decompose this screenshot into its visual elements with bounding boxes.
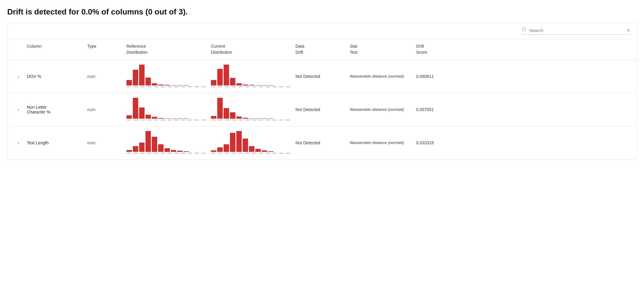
histogram-bar xyxy=(139,65,145,85)
x-axis-dot xyxy=(231,86,236,87)
histogram-bar xyxy=(126,80,132,85)
histogram-bar xyxy=(230,78,235,85)
x-axis-dot xyxy=(245,120,250,120)
x-axis-dot xyxy=(167,120,172,120)
header-column: Column xyxy=(24,42,85,56)
x-axis-dot xyxy=(279,153,284,154)
histogram-bar xyxy=(217,147,223,152)
x-axis-dot xyxy=(285,86,291,87)
x-axis-dot xyxy=(238,153,243,154)
close-icon[interactable]: ✕ xyxy=(626,27,630,33)
x-axis-dot xyxy=(194,153,199,154)
x-axis-dot xyxy=(279,120,284,120)
x-axis-dot xyxy=(126,153,132,154)
drift-score-2: 0.033318 xyxy=(414,139,462,146)
column-type-0: num xyxy=(85,73,124,80)
x-axis-dot xyxy=(194,120,199,120)
header-cur-dist: CurrentDistribution xyxy=(209,42,293,56)
x-axis-dot xyxy=(279,86,284,87)
x-axis-dot xyxy=(133,120,138,120)
x-axis-dot xyxy=(201,120,206,120)
x-axis-dot xyxy=(218,120,223,120)
header-data-drift: DataDrift xyxy=(293,42,347,56)
x-axis-dot xyxy=(252,120,257,120)
histogram-bar xyxy=(243,139,248,152)
x-axis-dot xyxy=(265,153,270,154)
x-axis-dot xyxy=(174,86,179,87)
data-drift-2: Not Detected xyxy=(293,139,347,146)
histogram-bar xyxy=(139,107,145,119)
expand-button-2[interactable]: › xyxy=(12,139,24,146)
histogram-bar xyxy=(126,115,132,119)
histogram-bar xyxy=(230,112,235,119)
expand-button-1[interactable]: › xyxy=(12,106,24,113)
page-title: Drift is detected for 0.0% of columns (0… xyxy=(7,7,637,17)
column-name-0: OOV % xyxy=(24,73,85,80)
x-axis-dot xyxy=(187,120,193,120)
histogram-bar xyxy=(152,137,157,152)
x-axis-dot xyxy=(225,86,230,87)
x-axis-dot xyxy=(285,120,291,120)
histogram-bar xyxy=(217,69,223,85)
x-axis-dot xyxy=(245,153,250,154)
histogram-bar xyxy=(152,83,157,85)
table-header: Column Type ReferenceDistribution Curren… xyxy=(8,39,636,60)
x-axis-dot xyxy=(272,153,277,154)
histogram-bar xyxy=(236,83,242,85)
x-axis-dot xyxy=(258,86,263,87)
data-drift-0: Not Detected xyxy=(293,73,347,80)
histogram-bar xyxy=(224,144,229,152)
histogram-bar xyxy=(133,70,138,85)
x-axis-dot xyxy=(252,86,257,87)
x-axis-dot xyxy=(167,153,172,154)
drift-score-0: 0.060811 xyxy=(414,73,462,80)
x-axis-dot xyxy=(258,120,263,120)
histogram-bar xyxy=(236,117,242,119)
stat-test-2: Wasserstein distance (normed) xyxy=(347,139,414,147)
column-name-2: Text Length xyxy=(24,139,85,146)
x-axis-dot xyxy=(133,153,138,154)
ref-distribution-1 xyxy=(124,98,209,122)
histogram-bar xyxy=(145,131,151,152)
x-axis-dot xyxy=(180,86,186,87)
table-row: › OOV % num Not Detected Wasserstein dis… xyxy=(8,60,636,93)
search-wrapper: ✕ xyxy=(522,27,630,35)
cur-distribution-0 xyxy=(209,64,293,88)
histogram-bar xyxy=(158,144,164,152)
x-axis-dot xyxy=(160,86,165,87)
histogram-bar xyxy=(217,98,223,119)
histogram-bar xyxy=(255,149,261,152)
x-axis-dot xyxy=(245,86,250,87)
data-drift-1: Not Detected xyxy=(293,106,347,113)
cur-distribution-1 xyxy=(209,98,293,122)
x-axis-dot xyxy=(154,120,159,120)
x-axis-dot xyxy=(140,86,145,87)
x-axis-dot xyxy=(160,120,165,120)
table-row: › Non LetterCharacter % num Not Detected… xyxy=(8,93,636,126)
x-axis-dot xyxy=(231,153,236,154)
x-axis-dot xyxy=(211,153,216,154)
x-axis-dot xyxy=(140,153,145,154)
x-axis-dot xyxy=(147,86,152,87)
histogram-bar xyxy=(211,80,216,85)
column-name-1: Non LetterCharacter % xyxy=(24,104,85,116)
ref-distribution-2 xyxy=(124,131,209,155)
x-axis-dot xyxy=(187,153,193,154)
x-axis-dot xyxy=(174,153,179,154)
stat-test-0: Wasserstein distance (normed) xyxy=(347,72,414,81)
x-axis-dot xyxy=(180,153,186,154)
x-axis-dot xyxy=(252,153,257,154)
x-axis-dot xyxy=(231,120,236,120)
x-axis-dot xyxy=(180,120,186,120)
x-axis-dot xyxy=(265,86,270,87)
x-axis-dot xyxy=(285,153,291,154)
x-axis-dot xyxy=(218,153,223,154)
expand-button-0[interactable]: › xyxy=(12,73,24,80)
search-input[interactable] xyxy=(529,28,624,33)
ref-distribution-0 xyxy=(124,64,209,88)
x-axis-dot xyxy=(258,153,263,154)
x-axis-dot xyxy=(147,153,152,154)
x-axis-dot xyxy=(133,86,138,87)
column-type-2: num xyxy=(85,139,124,146)
x-axis-dot xyxy=(218,86,223,87)
